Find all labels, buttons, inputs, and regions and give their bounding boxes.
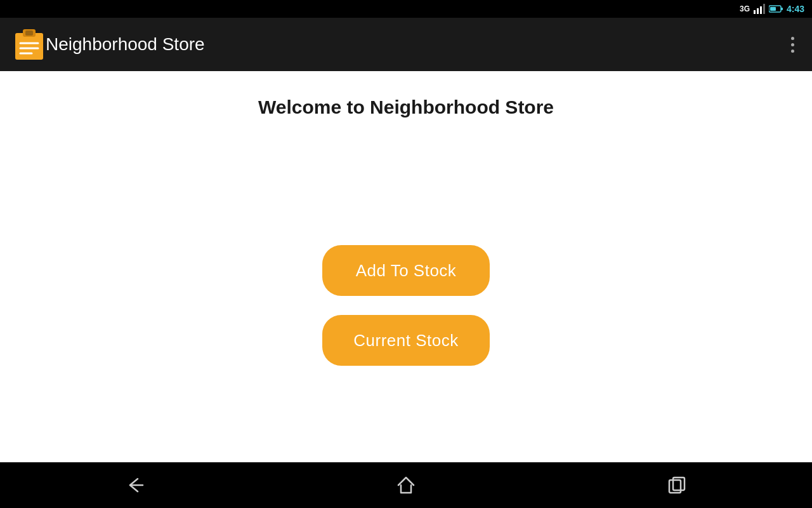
home-button[interactable]: [369, 467, 443, 503]
signal-indicator: 3G: [740, 4, 750, 13]
app-title: Neighborhood Store: [46, 34, 786, 55]
status-bar: 3G 4:43: [0, 0, 812, 18]
signal-bars-icon: [754, 4, 765, 14]
current-stock-button[interactable]: Current Stock: [322, 315, 490, 366]
app-bar: Neighborhood Store: [0, 18, 812, 71]
app-logo-icon: [13, 27, 46, 62]
overflow-dot-2: [791, 43, 794, 46]
status-time: 4:43: [787, 4, 804, 14]
svg-rect-10: [25, 30, 33, 36]
back-button[interactable]: [98, 467, 172, 503]
action-buttons: Add To Stock Current Stock: [322, 245, 490, 366]
svg-rect-2: [760, 6, 762, 14]
battery-icon: [769, 4, 783, 13]
svg-rect-5: [781, 8, 783, 10]
welcome-heading: Welcome to Neighborhood Store: [258, 97, 554, 118]
home-icon: [395, 474, 417, 497]
overflow-dot-1: [791, 37, 794, 40]
recent-apps-icon: [665, 474, 688, 497]
overflow-dot-3: [791, 50, 794, 53]
svg-rect-1: [757, 8, 759, 14]
back-icon: [124, 474, 147, 497]
add-to-stock-button[interactable]: Add To Stock: [322, 245, 490, 296]
bottom-nav-bar: [0, 462, 812, 508]
svg-rect-0: [754, 10, 756, 14]
recent-apps-button[interactable]: [640, 467, 714, 503]
svg-rect-3: [763, 4, 765, 14]
main-content: Welcome to Neighborhood Store Add To Sto…: [0, 71, 812, 462]
svg-rect-8: [15, 33, 43, 60]
overflow-menu-button[interactable]: [786, 32, 799, 58]
